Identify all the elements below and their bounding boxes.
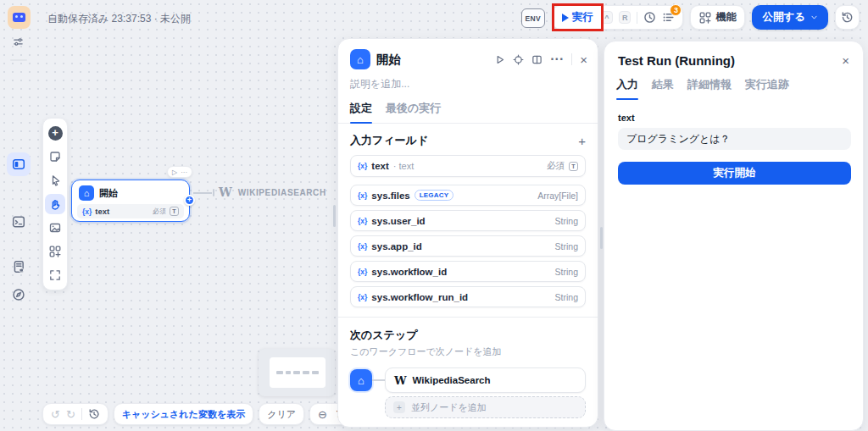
minimap-viewport <box>270 357 326 388</box>
tab-tracing[interactable]: 実行追跡 <box>745 77 789 99</box>
variable-token-icon: {x} <box>358 191 367 200</box>
sidebar-item-monitoring[interactable] <box>7 283 31 307</box>
sidebar-item-logs[interactable] <box>7 255 31 279</box>
version-history-button[interactable] <box>835 5 860 30</box>
start-run-button[interactable]: 実行開始 <box>618 162 851 185</box>
node-panel-header: ⌂ 開始 ··· × <box>338 39 598 69</box>
text-input[interactable] <box>618 128 851 150</box>
run-toolbar: 実行 ^ R 3 <box>552 5 684 30</box>
variable-token-icon: {x} <box>358 268 367 276</box>
export-image-button[interactable] <box>45 218 65 238</box>
canvas-bottom-controls: ↺ ↻ キャッシュされた変数を表示 クリア ⊖ 76% ⊕ <box>42 403 383 425</box>
add-note-button[interactable] <box>45 146 65 167</box>
focus-crosshair-icon[interactable] <box>513 54 524 65</box>
add-parallel-node-button[interactable]: + 並列ノードを追加 <box>385 396 586 418</box>
checklist-count-badge: 3 <box>670 4 682 16</box>
node-more-icon[interactable]: ··· <box>181 169 187 176</box>
tab-result[interactable]: 結果 <box>652 77 674 99</box>
tab-last-run[interactable]: 最後の実行 <box>386 101 441 123</box>
text-type-icon: T <box>569 162 578 171</box>
run-button[interactable]: 実行 <box>560 10 595 25</box>
field-row-sys-files[interactable]: {x} sys.files LEGACY Array[File] <box>350 185 586 206</box>
add-field-icon[interactable]: + <box>578 135 586 147</box>
cursor-icon <box>49 174 61 186</box>
close-icon[interactable]: × <box>842 53 849 68</box>
sidebar <box>0 0 37 431</box>
node-detail-panel: ⌂ 開始 ··· × 説明を追加... 設定 最後の実行 入力フィールド + {… <box>337 38 598 428</box>
sidebar-divider <box>10 59 27 61</box>
add-node-button[interactable]: + <box>45 123 65 143</box>
change-history-icon[interactable] <box>88 408 100 420</box>
sidebar-item-terminal[interactable] <box>7 210 31 234</box>
undo-icon[interactable]: ↺ <box>51 408 60 421</box>
docs-book-icon[interactable] <box>531 54 542 65</box>
field-row-text[interactable]: {x} text · text 必須T <box>350 155 586 177</box>
start-node-title: 開始 <box>99 187 118 200</box>
resize-handle-left[interactable] <box>333 205 336 227</box>
field-row-sys-user-id[interactable]: {x} sys.user_id String <box>350 210 586 231</box>
topbar-actions: ENV 実行 ^ R 3 機能 <box>521 5 860 30</box>
app-icon[interactable] <box>8 6 31 29</box>
divider <box>81 408 82 420</box>
variable-token-icon: {x} <box>358 242 367 251</box>
settings-sliders-icon[interactable] <box>12 36 25 47</box>
node-variable-row: {x} text 必須 T <box>77 204 184 218</box>
description-placeholder[interactable]: 説明を追加... <box>338 69 598 91</box>
resize-handle-middle[interactable] <box>600 227 603 249</box>
field-row-sys-workflow-run-id[interactable]: {x} sys.workflow_run_id String <box>350 286 586 307</box>
ghost-node-wikipediasearch: W WIKIPEDIASEARCH <box>219 185 326 199</box>
note-icon <box>49 151 61 163</box>
close-icon[interactable]: × <box>580 52 587 67</box>
wikipedia-w-icon: W <box>394 374 407 387</box>
start-node-header: ⌂ 開始 <box>72 180 189 204</box>
test-run-tabs: 入力 結果 詳細情報 実行追跡 <box>604 68 863 99</box>
hand-mode-button[interactable] <box>45 194 65 214</box>
required-label: 必須 <box>153 207 166 216</box>
workflow-editor: 自動保存済み 23:37:53 · 未公開 ENV 実行 ^ R 3 <box>0 0 868 431</box>
field-row-sys-app-id[interactable]: {x} sys.app_id String <box>350 235 586 257</box>
clear-button[interactable]: クリア <box>259 403 304 425</box>
node-panel-title: 開始 <box>376 52 488 68</box>
hand-icon <box>49 198 61 210</box>
field-row-sys-workflow-id[interactable]: {x} sys.workflow_id String <box>350 261 586 282</box>
node-play-icon[interactable]: ▷ <box>172 169 177 176</box>
connection-tick <box>213 189 214 196</box>
next-step-section: 次のステップ このワークフローで次ノードを追加 ⌂ W WikipediaSea… <box>338 318 598 418</box>
features-button[interactable]: 機能 <box>690 5 745 30</box>
sidebar-item-orchestrate[interactable] <box>7 152 31 176</box>
home-icon: ⌂ <box>79 185 94 201</box>
variable-token-icon: {x} <box>82 207 92 216</box>
divider <box>571 53 572 65</box>
logs-document-icon <box>12 260 25 274</box>
show-cached-vars-button[interactable]: キャッシュされた変数を表示 <box>114 403 253 425</box>
run-node-play-icon[interactable] <box>494 54 505 65</box>
node-hover-toolbar: ▷ ··· <box>167 166 192 178</box>
text-type-icon: T <box>170 207 179 216</box>
fit-view-button[interactable] <box>45 265 65 285</box>
output-port[interactable]: + <box>184 195 195 206</box>
wikipedia-w-icon: W <box>219 185 232 199</box>
checklist-button[interactable]: 3 <box>662 11 675 24</box>
minimap[interactable] <box>259 349 335 396</box>
tab-settings[interactable]: 設定 <box>350 101 372 123</box>
legacy-badge: LEGACY <box>415 190 454 201</box>
pointer-mode-button[interactable] <box>45 170 65 191</box>
organize-blocks-button[interactable] <box>45 241 65 262</box>
organize-icon <box>49 246 61 257</box>
text-field-label: text <box>604 99 863 123</box>
run-history-clock-icon[interactable] <box>643 11 656 24</box>
start-node[interactable]: ⌂ 開始 {x} text 必須 T + <box>71 180 190 222</box>
more-icon[interactable]: ··· <box>550 52 564 67</box>
env-button[interactable]: ENV <box>521 8 545 28</box>
chevron-down-icon <box>810 14 818 21</box>
tab-detail[interactable]: 詳細情報 <box>687 77 732 99</box>
redo-icon[interactable]: ↻ <box>66 408 75 421</box>
tab-input[interactable]: 入力 <box>616 77 638 99</box>
node-panel-tabs: 設定 最後の実行 <box>338 91 598 124</box>
image-icon <box>49 222 61 234</box>
autosave-status: 自動保存済み 23:37:53 · 未公開 <box>47 12 191 26</box>
zoom-out-icon[interactable]: ⊖ <box>318 408 327 421</box>
publish-button[interactable]: 公開する <box>752 5 828 30</box>
variable-token-icon: {x} <box>358 217 367 225</box>
next-node-wikipediasearch[interactable]: W WikipediaSearch <box>385 367 586 393</box>
